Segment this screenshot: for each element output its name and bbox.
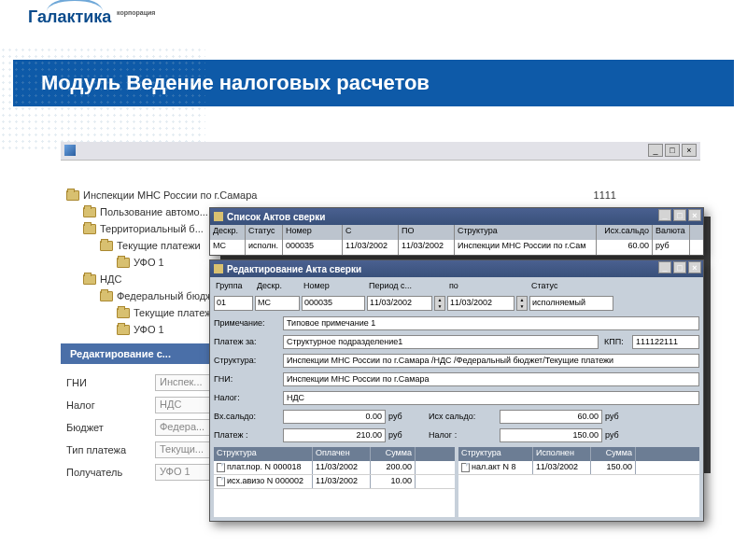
period-to-input[interactable]: 11/03/2002 xyxy=(447,296,514,311)
col-sum[interactable]: Сумма xyxy=(591,447,636,461)
col-saldo[interactable]: Исх.сальдо xyxy=(597,225,653,240)
decorative-dots xyxy=(0,47,205,149)
date-spinner[interactable]: ▲▼ xyxy=(434,296,445,311)
folder-icon xyxy=(100,241,113,251)
hdr-status: Статус xyxy=(529,281,613,296)
brand-sub: корпорация xyxy=(117,9,155,16)
gni-input[interactable]: Инспекции МНС России по г.Самара xyxy=(283,372,699,386)
acts-grid-row[interactable]: МС исполн. 000035 11/03/2002 11/03/2002 … xyxy=(210,240,703,255)
group-input[interactable]: 01 xyxy=(214,296,253,311)
document-icon xyxy=(461,463,470,472)
cell: исполн. xyxy=(246,240,283,255)
structure-label: Структура: xyxy=(214,356,283,365)
document-icon xyxy=(217,463,225,472)
cell: 200.00 xyxy=(371,461,416,474)
maximize-button[interactable]: □ xyxy=(673,209,686,221)
grid-row[interactable]: плат.пор. N 000018 11/03/2002 200.00 xyxy=(214,461,455,475)
cell: 11/03/2002 xyxy=(533,461,591,474)
col-paid[interactable]: Оплачен xyxy=(313,447,371,461)
close-button[interactable]: × xyxy=(688,209,701,221)
minimize-button[interactable]: _ xyxy=(658,261,671,273)
incoming-saldo-value[interactable]: 0.00 xyxy=(283,410,386,424)
payfor-input[interactable]: Структурное подразделение1 xyxy=(283,335,599,349)
folder-icon xyxy=(117,308,130,318)
col-number[interactable]: Номер xyxy=(283,225,343,240)
acts-list-window: Список Актов сверки _ □ × Дескр. Статус … xyxy=(209,207,704,256)
tax-amount-value[interactable]: 150.00 xyxy=(500,428,602,442)
note-input[interactable]: Типовое примечание 1 xyxy=(283,316,699,330)
grid-row[interactable]: нал.акт N 8 11/03/2002 150.00 xyxy=(458,461,699,475)
down-icon: ▼ xyxy=(435,303,444,310)
minimize-button[interactable]: _ xyxy=(658,209,671,221)
note-label: Примечание: xyxy=(214,318,283,328)
acts-list-title: Список Актов сверки xyxy=(227,212,325,222)
close-button[interactable]: × xyxy=(688,261,701,273)
down-icon: ▼ xyxy=(517,303,527,310)
currency-label: руб xyxy=(602,412,627,421)
document-icon xyxy=(217,477,225,486)
tree-root-label: Инспекции МНС России по г.Самара xyxy=(83,189,257,201)
gni-label: ГНИ: xyxy=(214,374,283,384)
maximize-button[interactable]: □ xyxy=(673,261,686,273)
date-spinner[interactable]: ▲▼ xyxy=(516,296,528,311)
col-from[interactable]: С xyxy=(343,225,399,240)
folder-icon xyxy=(83,224,96,234)
tree-root[interactable]: Инспекции МНС России по г.Самара 1111 xyxy=(66,187,695,203)
tree-item-label: УФО 1 xyxy=(134,257,164,268)
folder-icon xyxy=(117,258,130,268)
tree-item-label: УФО 1 xyxy=(134,324,164,335)
edit-strip-label: Редактирование с... xyxy=(70,348,171,359)
hdr-group: Группа xyxy=(214,281,253,296)
payfor-label: Платеж за: xyxy=(214,337,283,346)
field-label: Бюджет xyxy=(66,422,155,433)
act-edit-window: Редактирование Акта сверки _ □ × Группа … xyxy=(209,259,704,522)
col-executed[interactable]: Исполнен xyxy=(533,447,591,461)
col-sum[interactable]: Сумма xyxy=(371,447,416,461)
grid-row[interactable]: исх.авизо N 000002 11/03/2002 10.00 xyxy=(214,475,455,489)
tree-item-label: Текущие платежи xyxy=(117,240,201,251)
act-edit-titlebar[interactable]: Редактирование Акта сверки _ □ × xyxy=(210,260,703,277)
form-header-row: Группа Дескр. Номер Период с... по Стату… xyxy=(214,281,699,296)
acts-grid-header: Дескр. Статус Номер С ПО Структура Исх.с… xyxy=(210,225,703,240)
col-currency[interactable]: Валюта xyxy=(653,225,690,240)
cell: 11/03/2002 xyxy=(343,240,399,255)
window-icon xyxy=(214,212,223,221)
col-descr[interactable]: Дескр. xyxy=(210,225,246,240)
up-icon: ▲ xyxy=(435,297,444,303)
cell: 10.00 xyxy=(371,475,416,488)
acts-list-titlebar[interactable]: Список Актов сверки _ □ × xyxy=(210,208,703,225)
col-structure[interactable]: Структура xyxy=(458,447,533,461)
tax-input[interactable]: НДС xyxy=(283,391,699,405)
payments-grid[interactable]: Структура Оплачен Сумма плат.пор. N 0000… xyxy=(214,447,455,517)
taxes-grid[interactable]: Структура Исполнен Сумма нал.акт N 8 11/… xyxy=(458,447,699,517)
folder-icon xyxy=(66,190,79,201)
cell: исх.авизо N 000002 xyxy=(214,475,313,488)
col-structure[interactable]: Структура xyxy=(214,447,313,461)
kpp-input[interactable]: 111122111 xyxy=(632,335,699,349)
field-label: ГНИ xyxy=(66,377,155,388)
field-label: Получатель xyxy=(66,467,155,478)
number-input[interactable]: 000035 xyxy=(302,296,365,311)
tree-root-code: 1111 xyxy=(594,189,616,201)
tree-item-label: Текущие платежи xyxy=(134,307,218,318)
payment-value[interactable]: 210.00 xyxy=(283,428,386,442)
cell: нал.акт N 8 xyxy=(458,461,533,474)
col-to[interactable]: ПО xyxy=(399,225,455,240)
window-icon xyxy=(214,264,223,273)
structure-input[interactable]: Инспекции МНС России по г.Самара /НДС /Ф… xyxy=(283,354,699,368)
col-structure[interactable]: Структура xyxy=(455,225,597,240)
payment-label: Платеж : xyxy=(214,430,283,440)
cell: 11/03/2002 xyxy=(399,240,455,255)
status-input[interactable]: исполняемый xyxy=(529,296,613,311)
col-status[interactable]: Статус xyxy=(246,225,283,240)
acts-grid[interactable]: Дескр. Статус Номер С ПО Структура Исх.с… xyxy=(210,225,703,255)
maximize-button[interactable]: □ xyxy=(665,144,680,157)
folder-icon xyxy=(100,291,113,301)
minimize-button[interactable]: _ xyxy=(648,144,663,157)
period-from-input[interactable]: 11/03/2002 xyxy=(367,296,432,311)
descr-input[interactable]: МС xyxy=(255,296,300,311)
outgoing-saldo-value[interactable]: 60.00 xyxy=(500,410,602,424)
close-button[interactable]: × xyxy=(682,144,697,157)
currency-label: руб xyxy=(602,430,627,440)
currency-label: руб xyxy=(386,412,410,421)
